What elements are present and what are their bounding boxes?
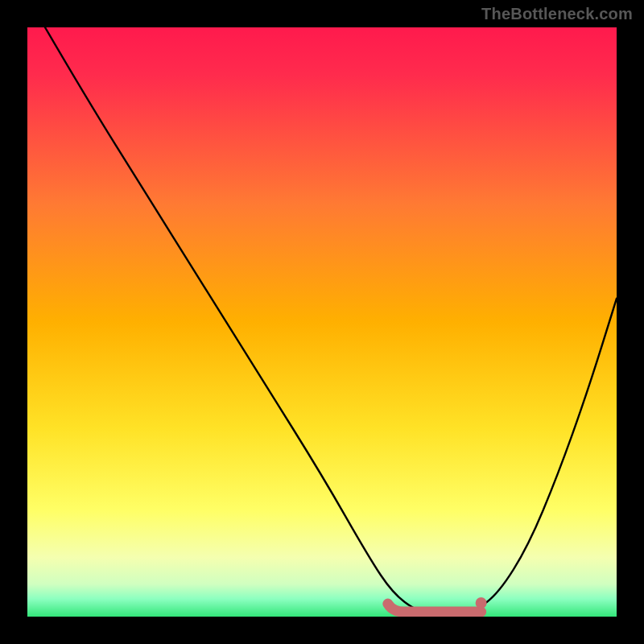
chart-container: TheBottleneck.com — [0, 0, 644, 644]
marker-point — [476, 597, 487, 609]
chart-svg — [27, 27, 617, 617]
plot-area — [27, 27, 617, 617]
watermark-text: TheBottleneck.com — [481, 5, 633, 23]
gradient-background — [27, 27, 617, 617]
